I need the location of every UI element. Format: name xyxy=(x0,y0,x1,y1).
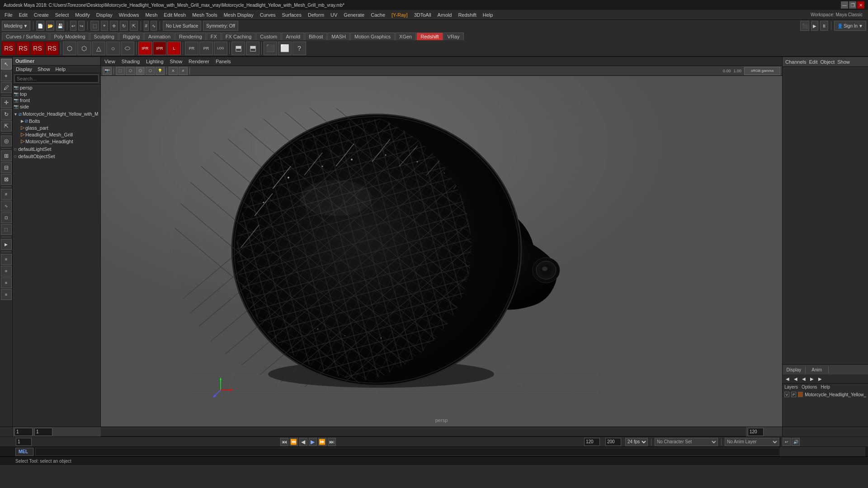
layer-item-motorcycle[interactable]: V P Motorcycle_Headlight_Yellow_ xyxy=(784,391,866,398)
paint-select-tool[interactable]: 🖊 xyxy=(1,82,12,93)
step-back-btn[interactable]: ⏪ xyxy=(290,438,298,446)
play-back-btn[interactable]: ◀ xyxy=(299,438,307,446)
shelf-tab-curves[interactable]: Curves / Surfaces xyxy=(2,33,49,40)
menu-display[interactable]: Display xyxy=(94,11,115,19)
outliner-item-default-object-set[interactable]: ○ defaultObjectSet xyxy=(13,153,100,160)
show-manip-tool[interactable]: ⊠ xyxy=(1,174,12,185)
outliner-search-input[interactable] xyxy=(14,75,99,83)
restore-button[interactable]: ❐ xyxy=(849,1,856,9)
shelf-tab-rigging[interactable]: Rigging xyxy=(119,33,144,40)
rs-render-icon[interactable]: IPR xyxy=(138,42,152,55)
anim-end-input[interactable] xyxy=(605,438,621,446)
cb-layers-next[interactable]: ◀ xyxy=(793,376,799,382)
minimize-button[interactable]: — xyxy=(841,1,848,9)
render-btn[interactable]: ▶ xyxy=(811,21,818,31)
list-tool-4[interactable]: ≡ xyxy=(1,289,12,300)
shelf-tab-motiongraphics[interactable]: Motion Graphics xyxy=(350,33,395,40)
command-input[interactable] xyxy=(35,448,779,456)
current-frame-input[interactable] xyxy=(14,428,33,436)
vp-x-ray-btn[interactable]: X xyxy=(169,67,178,75)
layer-p-indicator[interactable]: P xyxy=(791,392,796,397)
time-slider[interactable] xyxy=(101,427,746,436)
rs-icon-3[interactable]: RS xyxy=(31,42,44,55)
layer-v-indicator[interactable]: V xyxy=(784,392,789,397)
viewport-canvas[interactable]: persp xyxy=(101,76,782,427)
list-tool-1[interactable]: ≡ xyxy=(1,254,12,265)
rs-icon-help[interactable]: ? xyxy=(292,42,306,55)
shelf-tab-vray[interactable]: VRay xyxy=(443,33,464,40)
rs-icon-cam[interactable]: PR xyxy=(185,42,198,55)
outliner-item-glass[interactable]: ▷ glass_part xyxy=(13,124,100,131)
outliner-menu-show[interactable]: Show xyxy=(35,66,52,72)
menu-select[interactable]: Select xyxy=(52,11,72,19)
shelf-tab-sculpting[interactable]: Sculpting xyxy=(90,33,118,40)
cb-layers-settings[interactable]: ▶ xyxy=(817,376,823,382)
vp-menu-view[interactable]: View xyxy=(103,58,117,65)
menu-generate[interactable]: Generate xyxy=(341,11,367,19)
menu-mesh[interactable]: Mesh xyxy=(142,11,160,19)
symmetry-btn[interactable]: Symmetry: Off xyxy=(203,21,238,31)
vp-menu-shading[interactable]: Shading xyxy=(120,58,142,65)
outliner-item-motorcycle-headlight[interactable]: ▷ Motorcycle_Headlight xyxy=(13,138,100,145)
no-live-surface-btn[interactable]: No Live Surface xyxy=(163,21,201,31)
vp-texture-btn[interactable]: ⬡ xyxy=(146,67,155,75)
snap-grid[interactable]: # xyxy=(1,189,12,200)
outliner-item-headlight-mesh[interactable]: ▷ Headlight_Mesh_Grill xyxy=(13,131,100,138)
menu-deform[interactable]: Deform xyxy=(305,11,327,19)
jump-start-btn[interactable]: ⏮ xyxy=(280,438,288,446)
shelf-tab-arnold[interactable]: Arnold xyxy=(282,33,304,40)
rs-icon-mat2[interactable]: ⬒ xyxy=(246,42,259,55)
render-region-btn[interactable]: ⬛ xyxy=(800,21,809,31)
step-forward-btn[interactable]: ⏩ xyxy=(318,438,326,446)
universal-manip-tool[interactable]: ⊞ xyxy=(1,150,12,161)
rs-icon-2[interactable]: RS xyxy=(16,42,30,55)
soft-mod-tool[interactable]: ◎ xyxy=(1,136,12,146)
outliner-menu-display[interactable]: Display xyxy=(14,66,34,72)
shelf-icon-cylinder[interactable]: ⬭ xyxy=(121,42,134,55)
undo-btn[interactable]: ↩ xyxy=(70,21,76,31)
menu-arnold[interactable]: Arnold xyxy=(435,11,455,19)
menu-vray-bracket[interactable]: [Y-Ray] xyxy=(389,11,410,19)
vp-menu-lighting[interactable]: Lighting xyxy=(144,58,165,65)
menu-redshift[interactable]: Redshift xyxy=(455,11,479,19)
rotate-tool[interactable]: ↻ xyxy=(1,109,12,120)
cb-tab-anim[interactable]: Anim xyxy=(806,366,829,374)
vp-menu-show[interactable]: Show xyxy=(168,58,184,65)
menu-mesh-tools[interactable]: Mesh Tools xyxy=(189,11,220,19)
cb-label-help[interactable]: Help xyxy=(821,385,830,389)
cb-label-layers[interactable]: Layers xyxy=(784,385,798,389)
shelf-icon-cube[interactable]: ⬡ xyxy=(63,42,76,55)
character-set-select[interactable]: No Character Set xyxy=(655,438,718,446)
outliner-item-bolts[interactable]: ▶ ⧄ Bolts xyxy=(13,117,100,124)
shelf-tab-poly[interactable]: Poly Modeling xyxy=(50,33,89,40)
shelf-tab-custom[interactable]: Custom xyxy=(256,33,281,40)
menu-curves[interactable]: Curves xyxy=(257,11,278,19)
render-tool[interactable]: ▶ xyxy=(1,239,12,250)
vp-grid-btn[interactable]: # xyxy=(179,67,188,75)
snap-view[interactable]: ⬚ xyxy=(1,224,12,235)
sculpt-tool[interactable]: ⊟ xyxy=(1,162,12,173)
range-end-input[interactable] xyxy=(584,438,600,446)
cb-tab-display[interactable]: Display xyxy=(783,366,806,374)
loop-btn[interactable]: ↩ xyxy=(783,438,791,446)
redo-btn[interactable]: ↪ xyxy=(78,21,85,31)
snap-curve[interactable]: ∿ xyxy=(1,201,12,211)
rs-icon-env[interactable]: ⬜ xyxy=(278,42,292,55)
sign-in-btn[interactable]: 👤 Sign In ▼ xyxy=(834,21,866,31)
rs-icon-mat1[interactable]: ⬒ xyxy=(231,42,245,55)
play-forward-btn[interactable]: ▶ xyxy=(309,438,317,446)
menu-file[interactable]: File xyxy=(2,11,15,19)
cb-label-options[interactable]: Options xyxy=(802,385,817,389)
snap-curve-btn[interactable]: ∿ xyxy=(151,21,157,31)
lasso-btn[interactable]: ⌖ xyxy=(101,21,108,31)
close-button[interactable]: ✕ xyxy=(857,1,864,9)
rs-light-icon[interactable]: L xyxy=(167,42,181,55)
menu-edit[interactable]: Edit xyxy=(16,11,30,19)
scale-btn[interactable]: ⇱ xyxy=(130,21,138,31)
move-tool[interactable]: ✛ xyxy=(1,97,12,108)
list-tool-3[interactable]: ≡ xyxy=(1,277,12,288)
rs-icon-log[interactable]: LOG xyxy=(214,42,227,55)
shelf-tab-fx-caching[interactable]: FX Caching xyxy=(222,33,255,40)
lasso-tool[interactable]: ⌖ xyxy=(1,70,12,81)
vp-light-btn[interactable]: 💡 xyxy=(156,67,165,75)
